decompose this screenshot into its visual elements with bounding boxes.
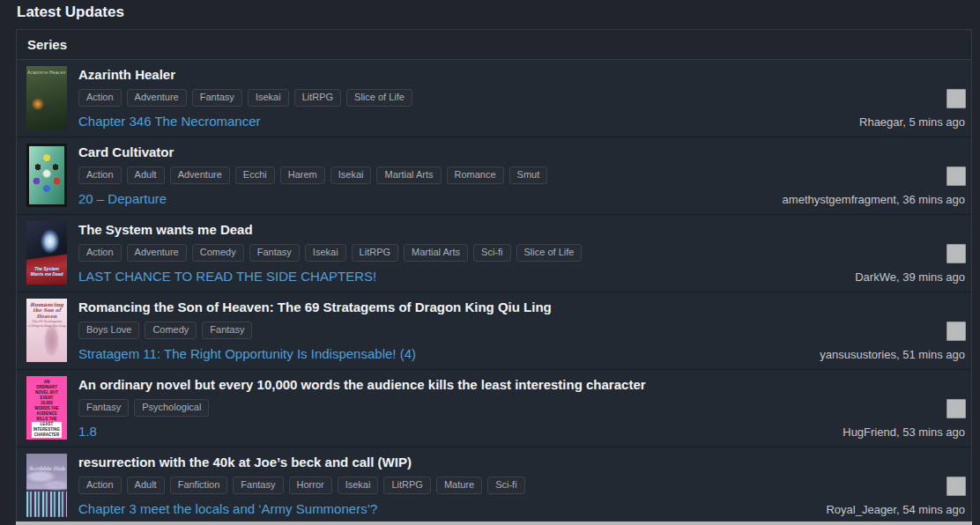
chapter-link[interactable]: Chapter 3 meet the locals and ‘Army Summ… <box>78 500 377 517</box>
series-panel-header: Series <box>17 30 971 60</box>
chapter-link[interactable]: LAST CHANCE TO READ THE SIDE CHAPTERS! <box>78 268 376 285</box>
genre-tag[interactable]: Martial Arts <box>376 166 441 184</box>
genre-tag[interactable]: Adventure <box>170 166 230 184</box>
update-meta: DarkWe, 39 mins ago <box>855 270 965 284</box>
series-update-row: ANORDINARYNOVEL BUTEVERY10,000WORDS THEA… <box>17 370 971 447</box>
update-meta: yansusustories, 51 mins ago <box>820 348 965 361</box>
update-time: , 36 mins ago <box>896 193 965 206</box>
series-title-link[interactable]: The System wants me Dead <box>78 221 971 238</box>
author-link[interactable]: amethystgemfragment <box>783 193 896 206</box>
genre-tag[interactable]: Isekai <box>305 244 346 262</box>
series-cover-image[interactable]: Scribble Hub <box>26 454 67 517</box>
author-link[interactable]: yansusustories <box>820 348 896 361</box>
cover-title-text: ANORDINARYNOVEL BUTEVERY10,000WORDS THEA… <box>26 380 67 438</box>
genre-tag[interactable]: Slice of Life <box>516 244 583 262</box>
latest-updates-page: Latest Updates Series Azarinth Healer Az… <box>0 0 980 525</box>
genre-tag[interactable]: Harem <box>280 166 325 184</box>
genre-tags: ActionAdultAdventureEcchiHaremIsekaiMart… <box>78 166 971 184</box>
update-time: , 51 mins ago <box>896 348 965 361</box>
genre-tag[interactable]: Boys Love <box>78 322 139 339</box>
genre-tag[interactable]: Ecchi <box>235 166 275 184</box>
author-avatar-placeholder[interactable] <box>947 166 966 186</box>
genre-tag[interactable]: Action <box>78 244 122 262</box>
author-avatar-placeholder[interactable] <box>947 399 966 418</box>
page-bottom-edge <box>16 521 972 525</box>
genre-tags: Boys LoveComedyFantasy <box>78 322 971 339</box>
genre-tag[interactable]: Fantasy <box>249 244 300 262</box>
genre-tag[interactable]: Comedy <box>192 244 244 262</box>
genre-tag[interactable]: Fantasy <box>78 399 129 417</box>
series-cover-image[interactable]: Romancingthe Son of HeavenThe 69 Stratag… <box>26 299 67 362</box>
cover-title-text: Azarinth Healer <box>26 70 67 75</box>
genre-tags: ActionAdventureFantasyIsekaiLitRPGSlice … <box>78 89 971 107</box>
update-time: , 54 mins ago <box>896 503 965 516</box>
genre-tag[interactable]: Fantasy <box>233 477 283 494</box>
chapter-link[interactable]: Stratagem 11: The Right Opportunity Is I… <box>78 345 416 362</box>
series-title-link[interactable]: resurrection with the 40k at Joe’s beck … <box>78 454 971 470</box>
genre-tag[interactable]: Adult <box>127 166 165 184</box>
genre-tag[interactable]: Isekai <box>338 477 379 494</box>
series-update-row: Azarinth Healer Azarinth Healer ActionAd… <box>17 60 971 137</box>
genre-tag[interactable]: Adventure <box>127 244 187 262</box>
genre-tag[interactable]: Sci-fi <box>473 244 510 262</box>
genre-tag[interactable]: Adventure <box>127 89 187 107</box>
author-link[interactable]: DarkWe <box>855 270 896 284</box>
update-meta: Royal_Jeager, 54 mins ago <box>826 503 965 516</box>
series-update-row: Scribble Hub resurrection with the 40k a… <box>17 447 971 525</box>
genre-tag[interactable]: Martial Arts <box>404 244 468 262</box>
series-title-link[interactable]: Romancing the Son of Heaven: The 69 Stra… <box>78 299 971 315</box>
genre-tag[interactable]: LitRPG <box>294 89 341 107</box>
cover-title-text: Scribble Hub <box>26 465 67 471</box>
series-update-row: Card Cultivator ActionAdultAdventureEcch… <box>17 137 971 215</box>
chapter-link[interactable]: 20 – Departure <box>78 190 167 207</box>
author-avatar-placeholder[interactable] <box>947 322 966 341</box>
genre-tag[interactable]: Isekai <box>330 166 372 184</box>
author-link[interactable]: Royal_Jeager <box>826 503 896 516</box>
genre-tag[interactable]: Action <box>78 166 122 184</box>
genre-tag[interactable]: Horror <box>289 477 332 494</box>
series-cover-image[interactable]: ANORDINARYNOVEL BUTEVERY10,000WORDS THEA… <box>26 376 67 440</box>
update-time: , 39 mins ago <box>896 270 965 284</box>
series-cover-image[interactable] <box>26 144 67 207</box>
update-meta: HugFriend, 53 mins ago <box>843 425 965 439</box>
genre-tag[interactable]: Romance <box>447 166 504 184</box>
chapter-link[interactable]: Chapter 346 The Necromancer <box>78 113 261 129</box>
genre-tag[interactable]: Comedy <box>145 322 197 339</box>
series-update-row: The SystemWants me Dead The System wants… <box>17 215 971 292</box>
series-cover-image[interactable]: The SystemWants me Dead <box>26 221 67 285</box>
update-time: , 53 mins ago <box>896 425 965 439</box>
series-cover-image[interactable]: Azarinth Healer <box>26 66 67 129</box>
cover-title-text: The SystemWants me Dead <box>26 266 67 277</box>
series-panel: Series Azarinth Healer Azarinth Healer A… <box>16 29 972 525</box>
genre-tag[interactable]: LitRPG <box>383 477 430 494</box>
genre-tag[interactable]: LitRPG <box>352 244 398 262</box>
genre-tag[interactable]: Fanfiction <box>170 477 228 494</box>
genre-tag[interactable]: Sci-fi <box>487 477 524 494</box>
genre-tag[interactable]: Slice of Life <box>346 89 412 107</box>
series-update-row: Romancingthe Son of HeavenThe 69 Stratag… <box>17 292 971 370</box>
genre-tag[interactable]: Adult <box>127 477 165 494</box>
chapter-link[interactable]: 1.8 <box>78 423 97 440</box>
genre-tag[interactable]: Fantasy <box>192 89 242 107</box>
author-link[interactable]: HugFriend <box>843 425 896 439</box>
genre-tags: ActionAdventureComedyFantasyIsekaiLitRPG… <box>78 244 971 262</box>
series-title-link[interactable]: Azarinth Healer <box>78 66 971 83</box>
update-meta: Rhaegar, 5 mins ago <box>859 115 965 129</box>
genre-tag[interactable]: Fantasy <box>202 322 252 339</box>
genre-tag[interactable]: Mature <box>436 477 482 494</box>
author-avatar-placeholder[interactable] <box>947 89 966 108</box>
update-meta: amethystgemfragment, 36 mins ago <box>783 193 965 206</box>
author-avatar-placeholder[interactable] <box>947 477 966 496</box>
series-list: Azarinth Healer Azarinth Healer ActionAd… <box>17 60 971 525</box>
author-link[interactable]: Rhaegar <box>859 115 902 129</box>
genre-tag[interactable]: Smut <box>509 166 548 184</box>
genre-tag[interactable]: Action <box>78 477 122 494</box>
author-avatar-placeholder[interactable] <box>947 244 966 263</box>
genre-tag[interactable]: Action <box>78 89 122 107</box>
series-title-link[interactable]: An ordinary novel but every 10,000 words… <box>78 376 971 393</box>
series-title-link[interactable]: Card Cultivator <box>78 144 971 160</box>
cover-title-text: Romancingthe Son of HeavenThe 69 Stratag… <box>26 301 67 329</box>
genre-tags: FantasyPsychological <box>78 399 971 417</box>
genre-tag[interactable]: Psychological <box>134 399 209 417</box>
genre-tag[interactable]: Isekai <box>248 89 289 107</box>
